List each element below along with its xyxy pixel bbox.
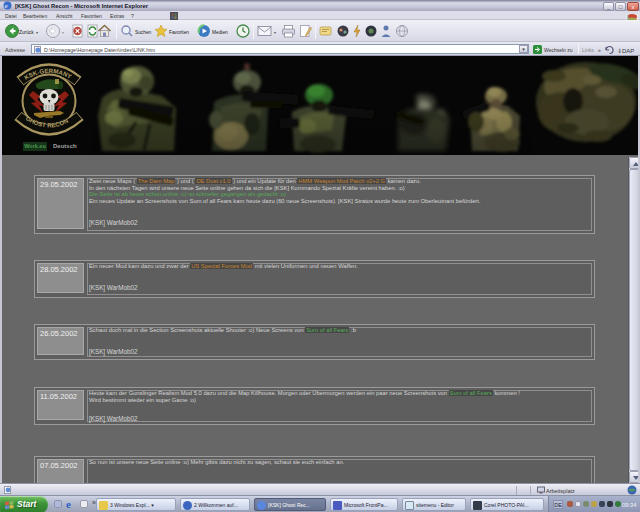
- svg-text:e: e: [5, 2, 8, 10]
